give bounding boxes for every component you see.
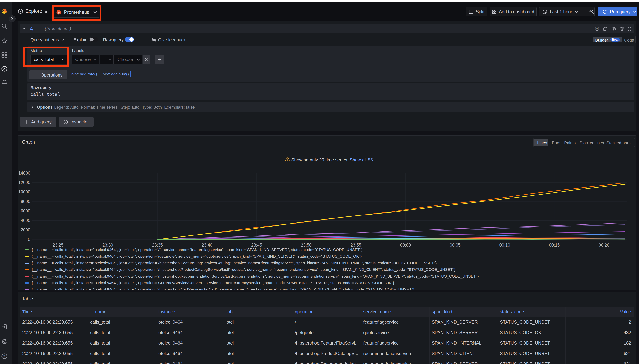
svg-text:?: ?	[3, 354, 5, 358]
svg-text:6000: 6000	[21, 208, 30, 214]
svg-text:2000: 2000	[21, 228, 30, 232]
svg-text:8000: 8000	[21, 199, 30, 204]
svg-text:14000: 14000	[18, 170, 30, 176]
svg-text:0: 0	[28, 237, 30, 242]
svg-text:10000: 10000	[18, 190, 30, 194]
svg-text:?: ?	[596, 28, 598, 30]
svg-text:4000: 4000	[21, 218, 30, 223]
svg-text:12000: 12000	[18, 180, 30, 185]
